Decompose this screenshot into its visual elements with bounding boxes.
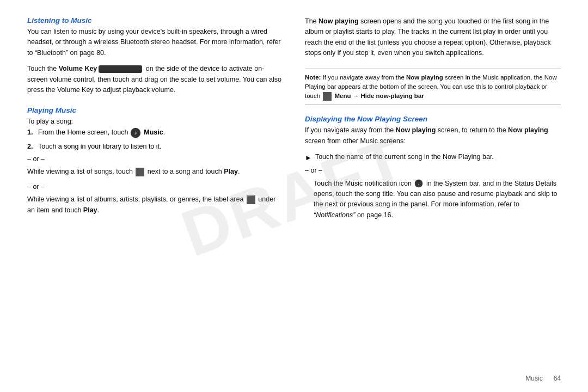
right-para1-prefix: The <box>305 17 318 25</box>
step-1-end: . <box>163 128 165 136</box>
section-playing-music: Playing Music To play a song: 1. From th… <box>27 106 283 216</box>
disp-suffix2: screen from other Music screens: <box>305 137 406 145</box>
right-column: The Now playing screen opens and the son… <box>305 16 561 376</box>
para2-prefix: Touch the <box>27 65 59 72</box>
note-box: Note: If you navigate away from the Now … <box>305 69 561 106</box>
while1-prefix: While viewing a list of songs, touch <box>27 168 134 175</box>
svg-text:♪: ♪ <box>418 181 420 186</box>
page-ref: on page 16. <box>355 211 393 219</box>
listening-heading: Listening to Music <box>27 16 283 24</box>
playing-steps: 1. From the Home screen, touch ♪ Music. … <box>38 127 283 152</box>
section-listening-to-music: Listening to Music You can listen to mus… <box>27 16 283 95</box>
para2-bold: Volume Key <box>59 65 97 72</box>
page-container: DRAFT Listening to Music You can listen … <box>0 0 588 392</box>
svg-text:♪: ♪ <box>134 130 137 136</box>
disp-bold2: Now playing <box>508 126 548 134</box>
step-1-prefix: From the Home screen, touch <box>38 128 130 136</box>
displaying-para: If you navigate away from the Now playin… <box>305 125 561 146</box>
right-para1-bold: Now playing <box>318 17 359 25</box>
disp-suffix1: screen, to return to the <box>436 126 508 134</box>
left-column: Listening to Music You can listen to mus… <box>27 16 283 376</box>
volume-key-bar <box>99 65 142 73</box>
while2-prefix: While viewing a list of albums, artists,… <box>27 195 246 203</box>
notification-icon: ♪ <box>414 179 423 188</box>
or-line-1: – or – <box>27 154 283 164</box>
section-displaying: Displaying the Now Playing Screen If you… <box>305 115 561 220</box>
while2-end: . <box>97 206 99 214</box>
page-footer: Music 64 <box>525 375 561 382</box>
step-1-text: From the Home screen, touch ♪ Music. <box>38 128 165 136</box>
note-label: Note: <box>305 74 321 81</box>
right-para1: The Now playing screen opens and the son… <box>305 16 561 59</box>
step-1-bold: Music <box>144 128 163 136</box>
step-1-num: 1. <box>27 127 33 138</box>
bullet-1-text: Touch the name of the current song in th… <box>315 152 494 162</box>
bullet-1: ► Touch the name of the current song in … <box>305 152 561 163</box>
footer-label: Music <box>525 375 542 382</box>
displaying-heading: Displaying the Now Playing Screen <box>305 115 561 123</box>
disp-bold1: Now playing <box>396 126 436 134</box>
while1-bold: Play <box>224 168 238 175</box>
or-line-2: – or – <box>27 182 283 192</box>
playing-heading: Playing Music <box>27 106 283 114</box>
while1-suffix: next to a song and touch <box>148 168 224 175</box>
song-play-icon <box>136 168 144 176</box>
while-songs: While viewing a list of songs, touch nex… <box>27 167 283 177</box>
bullet-2: Touch the Music notification icon ♪ in t… <box>314 179 561 221</box>
bullet-2-prefix: Touch the Music notification icon <box>314 180 413 187</box>
music-icon: ♪ <box>130 127 141 138</box>
notifications-italic: “Notifications” <box>314 211 355 219</box>
step-2-num: 2. <box>27 142 33 152</box>
album-icon <box>247 195 255 204</box>
playing-intro: To play a song: <box>27 117 283 127</box>
listening-para2: Touch the Volume Key on the side of the … <box>27 64 283 95</box>
step-1: 1. From the Home screen, touch ♪ Music. <box>38 127 283 138</box>
step-2-text: Touch a song in your library to listen t… <box>38 143 162 150</box>
footer-page: 64 <box>554 375 561 382</box>
menu-icon-inline <box>323 92 332 101</box>
step-2: 2. Touch a song in your library to liste… <box>38 142 283 152</box>
while-albums: While viewing a list of albums, artists,… <box>27 194 283 216</box>
listening-para1: You can listen to music by using your de… <box>27 27 283 58</box>
disp-prefix: If you navigate away from the <box>305 126 396 134</box>
while2-bold: Play <box>83 206 97 214</box>
or-line-right: – or – <box>305 166 561 176</box>
bullet-arrow-1: ► <box>305 152 312 163</box>
while1-end: . <box>238 168 240 175</box>
